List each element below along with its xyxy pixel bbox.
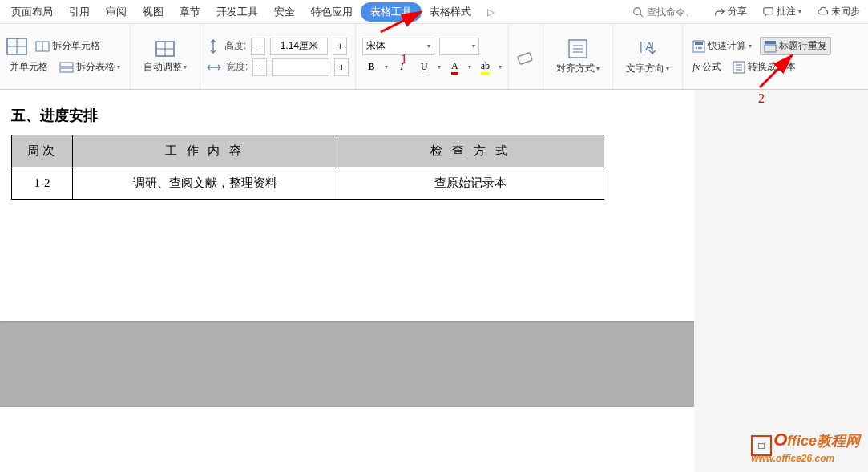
align-button[interactable]: 对齐方式▾ [550, 34, 606, 79]
width-icon [207, 61, 221, 74]
chevron-down-icon: ▾ [749, 42, 752, 50]
tab-view[interactable]: 视图 [135, 2, 172, 22]
font-color-button[interactable]: A [446, 58, 463, 76]
chevron-down-icon: ▾ [184, 63, 187, 71]
search-icon [632, 6, 644, 18]
table-icon[interactable] [6, 38, 27, 55]
bold-button[interactable]: B [362, 58, 380, 76]
font-size-combo[interactable]: ▾ [439, 38, 479, 55]
document-area: 五、进度安排 周次 工 作 内 容 检 查 方 式 1-2 调研、查阅文献，整理… [0, 90, 694, 472]
ribbon: 拆分单元格 并单元格 拆分表格 ▾ 自动调整▾ 高度: − + [0, 24, 868, 90]
header-content: 工 作 内 容 [73, 135, 337, 167]
convert-text-button[interactable]: 转换成文本 [729, 58, 799, 75]
chevron-down-icon: ▾ [666, 65, 669, 72]
merge-cells-button[interactable]: 并单元格 [6, 58, 51, 75]
height-plus-button[interactable]: + [333, 38, 347, 55]
svg-rect-2 [764, 7, 773, 14]
width-label: 宽度: [226, 60, 248, 74]
tab-bar: 页面布局 引用 审阅 视图 章节 开发工具 安全 特色应用 表格工具 表格样式 … [0, 0, 868, 24]
schedule-table[interactable]: 周次 工 作 内 容 检 查 方 式 1-2 调研、查阅文献，整理资料 查原始记… [11, 135, 604, 200]
autofit-button[interactable]: 自动调整▾ [137, 36, 193, 77]
cell-content[interactable]: 调研、查阅文献，整理资料 [73, 167, 337, 200]
group-font: 宋体 ▾ ▾ B▾ I U▾ A▾ ab▾ [356, 24, 509, 89]
page-2[interactable]: 3-4 外文翻译、整理，撰写开题报告 查原始记录本及翻译资料、开题报告 [0, 407, 694, 472]
split-table-icon [59, 62, 74, 73]
svg-text:||A: ||A [640, 40, 653, 53]
sync-button[interactable]: 未同步 [813, 3, 865, 20]
section-heading: 五、进度安排 [11, 106, 683, 125]
svg-point-23 [700, 47, 702, 49]
width-plus-button[interactable]: + [334, 58, 349, 76]
page-gap [0, 321, 694, 407]
chevron-down-icon: ▾ [427, 42, 430, 50]
tab-chapter[interactable]: 章节 [172, 2, 208, 22]
height-minus-button[interactable]: − [251, 38, 265, 55]
tab-table-style[interactable]: 表格样式 [422, 2, 479, 22]
share-button[interactable]: 分享 [709, 3, 752, 20]
formula-button[interactable]: fx 公式 [689, 58, 725, 75]
tab-special[interactable]: 特色应用 [303, 2, 361, 22]
align-icon [567, 38, 589, 60]
group-text-dir: ||A 文字方向▾ [613, 24, 683, 89]
svg-point-21 [696, 47, 697, 49]
font-family-combo[interactable]: 宋体 ▾ [362, 38, 434, 55]
split-cells-button[interactable]: 拆分单元格 [32, 38, 103, 54]
header-repeat-icon [764, 40, 777, 53]
split-cells-icon [35, 41, 50, 52]
height-input[interactable] [270, 38, 328, 55]
quick-calc-button[interactable]: 快速计算 ▾ [689, 38, 755, 54]
annotation-2: 2 [758, 91, 765, 106]
tab-page-layout[interactable]: 页面布局 [3, 2, 61, 22]
comment-icon [763, 6, 774, 18]
tab-table-tools[interactable]: 表格工具 [361, 2, 422, 22]
comment-button[interactable]: 批注 ▾ [758, 3, 806, 20]
svg-rect-13 [518, 52, 532, 64]
svg-rect-20 [695, 42, 703, 45]
highlight-button[interactable]: ab [476, 58, 494, 76]
tab-reference[interactable]: 引用 [61, 2, 98, 22]
chevron-down-icon[interactable]: ▾ [468, 63, 471, 71]
text-direction-button[interactable]: ||A 文字方向▾ [620, 34, 676, 79]
table-header-row: 周次 工 作 内 容 检 查 方 式 [12, 135, 604, 167]
svg-point-22 [698, 47, 700, 49]
calculator-icon [692, 40, 705, 53]
convert-text-icon [733, 61, 745, 74]
svg-point-0 [634, 7, 641, 14]
watermark-logo-icon: □ [751, 435, 772, 456]
table-row[interactable]: 1-2 调研、查阅文献，整理资料 查原始记录本 [12, 167, 604, 200]
chevron-down-icon[interactable]: ▾ [438, 63, 441, 71]
text-direction-icon: ||A [636, 38, 659, 60]
height-label: 高度: [224, 39, 246, 53]
eraser-icon[interactable] [515, 46, 536, 67]
svg-rect-25 [765, 45, 776, 52]
split-table-button[interactable]: 拆分表格 ▾ [56, 58, 123, 75]
command-search[interactable] [632, 6, 703, 18]
cell-check[interactable]: 查原始记录本 [337, 167, 604, 200]
width-input[interactable] [272, 58, 329, 76]
chevron-down-icon: ▾ [798, 8, 801, 15]
tab-dev-tools[interactable]: 开发工具 [208, 2, 266, 22]
underline-button[interactable]: U [415, 58, 433, 76]
cell-week[interactable]: 1-2 [12, 167, 73, 200]
chevron-down-icon: ▾ [472, 42, 475, 50]
svg-rect-9 [60, 68, 73, 72]
tab-security[interactable]: 安全 [266, 2, 303, 22]
share-icon [714, 6, 725, 18]
width-minus-button[interactable]: − [252, 58, 267, 76]
watermark: □OOffice教程网ffice教程网 www.office26.com [751, 430, 860, 464]
svg-line-1 [640, 14, 644, 17]
overflow-icon[interactable]: ▷ [479, 3, 503, 21]
right-panel [694, 90, 868, 472]
chevron-down-icon[interactable]: ▾ [385, 63, 388, 71]
fx-icon: fx [692, 61, 700, 73]
svg-rect-8 [60, 63, 73, 67]
search-input[interactable] [647, 6, 703, 18]
tab-review[interactable]: 审阅 [98, 2, 135, 22]
group-autofit: 自动调整▾ [131, 24, 200, 89]
group-eraser [509, 24, 543, 89]
header-check: 检 查 方 式 [337, 135, 604, 167]
header-repeat-button[interactable]: 标题行重复 [760, 37, 831, 55]
svg-rect-24 [765, 41, 776, 44]
chevron-down-icon[interactable]: ▾ [499, 63, 502, 71]
page-1[interactable]: 五、进度安排 周次 工 作 内 容 检 查 方 式 1-2 调研、查阅文献，整理… [0, 90, 694, 321]
